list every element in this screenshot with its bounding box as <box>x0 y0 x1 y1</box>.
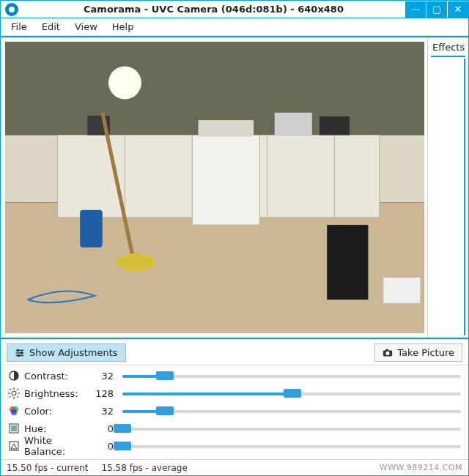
row-contrast: Contrast: 32 <box>8 367 461 384</box>
svg-rect-24 <box>386 349 389 351</box>
color-icon <box>8 405 20 417</box>
svg-line-32 <box>17 396 18 398</box>
color-value: 32 <box>95 406 118 417</box>
take-picture-button[interactable]: Take Picture <box>374 343 462 362</box>
contrast-slider[interactable] <box>122 370 461 382</box>
watermark: WWW.989214.COM <box>380 463 462 472</box>
row-white-balance: White Balance: 0 <box>8 437 461 455</box>
status-fps-current: 15.50 fps - current <box>7 463 89 473</box>
minimize-button[interactable]: — <box>405 1 426 18</box>
svg-rect-18 <box>383 278 421 304</box>
hue-slider[interactable] <box>122 423 461 434</box>
svg-rect-16 <box>80 210 103 248</box>
close-button[interactable]: ✕ <box>448 1 468 18</box>
svg-line-33 <box>17 389 18 390</box>
svg-point-21 <box>18 354 21 357</box>
row-brightness: Brightness: 128 <box>8 384 461 402</box>
svg-line-31 <box>10 389 11 390</box>
svg-point-19 <box>17 349 20 352</box>
svg-point-15 <box>117 253 155 272</box>
white-balance-label: White Balance: <box>24 435 90 457</box>
content-area: Effects <box>1 36 468 339</box>
white-balance-icon <box>8 440 20 452</box>
status-bar: 15.50 fps - current 15.58 fps - average … <box>1 459 468 475</box>
white-balance-slider[interactable] <box>122 440 461 452</box>
take-picture-label: Take Picture <box>397 347 454 358</box>
contrast-value: 32 <box>95 371 118 382</box>
svg-rect-13 <box>320 116 350 135</box>
row-color: Color: 32 <box>8 402 461 420</box>
brightness-label: Brightness: <box>24 388 90 399</box>
hue-label: Hue: <box>24 423 90 434</box>
menu-file[interactable]: File <box>5 20 33 34</box>
effects-header: Effects <box>431 40 465 57</box>
camera-icon <box>383 348 393 358</box>
color-slider[interactable] <box>122 405 461 417</box>
svg-rect-9 <box>192 135 259 226</box>
effects-panel: Effects <box>427 37 468 338</box>
menu-view[interactable]: View <box>69 20 103 34</box>
show-adjustments-label: Show Adjustments <box>29 347 118 358</box>
effects-list[interactable] <box>431 59 465 335</box>
window-controls: — ▢ ✕ <box>405 1 468 18</box>
menubar: File Edit View Help <box>1 18 468 36</box>
svg-point-37 <box>11 409 17 415</box>
menu-help[interactable]: Help <box>106 20 140 34</box>
hue-icon <box>8 423 20 434</box>
app-window: Camorama - UVC Camera (046d:081b) - 640x… <box>0 0 469 476</box>
svg-rect-12 <box>275 113 312 135</box>
maximize-button[interactable]: ▢ <box>426 1 447 18</box>
svg-point-23 <box>386 351 390 354</box>
window-title: Camorama - UVC Camera (046d:081b) - 640x… <box>23 4 405 15</box>
adjustments-icon <box>15 348 25 358</box>
brightness-value: 128 <box>95 388 118 399</box>
svg-point-20 <box>21 352 23 354</box>
contrast-icon <box>8 370 20 382</box>
svg-rect-39 <box>11 425 17 431</box>
svg-rect-17 <box>327 225 368 300</box>
action-row: Show Adjustments Take Picture <box>1 339 468 365</box>
camera-preview <box>5 42 424 333</box>
svg-rect-10 <box>199 120 254 136</box>
menu-edit[interactable]: Edit <box>36 20 66 34</box>
preview-wrap <box>1 37 427 338</box>
svg-point-3 <box>108 67 141 100</box>
brightness-slider[interactable] <box>122 387 461 399</box>
svg-line-34 <box>10 396 11 398</box>
brightness-icon <box>8 387 20 399</box>
svg-point-26 <box>12 391 16 395</box>
color-label: Color: <box>24 406 90 417</box>
adjustments-panel: Contrast: 32 Brightness: 128 Color: 32 <box>1 365 468 459</box>
status-fps-average: 15.58 fps - average <box>102 463 188 473</box>
titlebar: Camorama - UVC Camera (046d:081b) - 640x… <box>1 1 468 18</box>
contrast-label: Contrast: <box>24 371 90 382</box>
app-icon <box>5 3 18 16</box>
show-adjustments-button[interactable]: Show Adjustments <box>7 343 126 362</box>
